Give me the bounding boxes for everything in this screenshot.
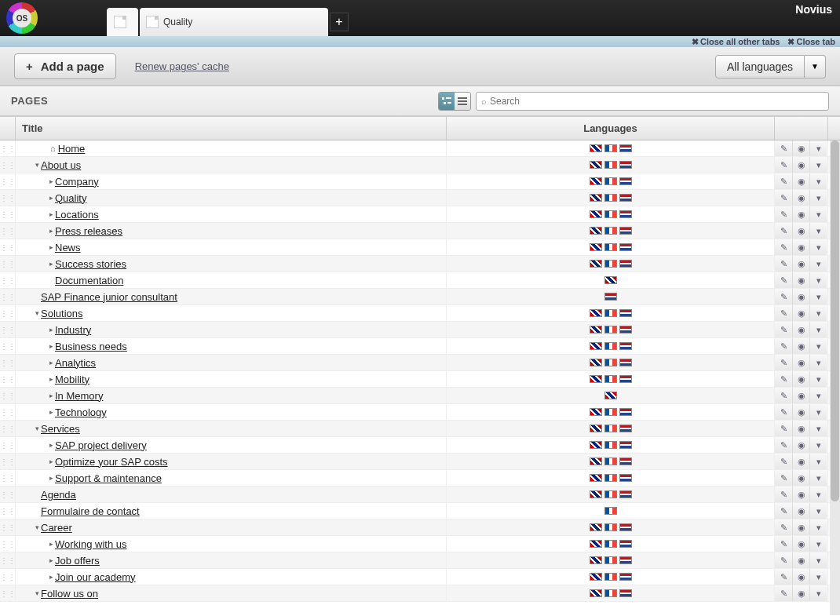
flag-en-icon[interactable]: [590, 573, 602, 581]
drag-handle[interactable]: ⋮⋮: [0, 388, 16, 403]
tab-active[interactable]: Quality: [140, 8, 328, 36]
visibility-button[interactable]: ◉: [792, 371, 809, 387]
edit-button[interactable]: ✎: [775, 272, 792, 288]
flag-nl-icon[interactable]: [604, 293, 617, 301]
more-button[interactable]: ▾: [809, 388, 827, 403]
os-logo[interactable]: OS: [0, 0, 44, 36]
flag-nl-icon[interactable]: [619, 540, 632, 548]
flag-en-icon[interactable]: [590, 441, 602, 449]
drag-handle[interactable]: ⋮⋮: [0, 305, 16, 321]
column-title[interactable]: Title: [16, 117, 447, 140]
page-link[interactable]: Press releases: [55, 225, 122, 237]
flag-fr-icon[interactable]: [604, 194, 617, 202]
flag-fr-icon[interactable]: [604, 144, 617, 152]
edit-button[interactable]: ✎: [775, 487, 792, 502]
visibility-button[interactable]: ◉: [792, 272, 809, 288]
flag-en-icon[interactable]: [590, 474, 602, 482]
more-button[interactable]: ▾: [809, 289, 827, 304]
view-tree-button[interactable]: [439, 93, 455, 110]
expand-icon[interactable]: ▸: [47, 177, 55, 185]
flag-en-icon[interactable]: [590, 540, 602, 548]
expand-icon[interactable]: ▸: [47, 194, 55, 202]
more-button[interactable]: ▾: [809, 157, 827, 173]
page-link[interactable]: Mobility: [55, 374, 89, 385]
drag-handle[interactable]: ⋮⋮: [0, 585, 16, 601]
view-list-button[interactable]: [455, 93, 470, 110]
expand-icon[interactable]: ▸: [47, 342, 55, 350]
visibility-button[interactable]: ◉: [792, 157, 809, 173]
visibility-button[interactable]: ◉: [792, 173, 809, 189]
drag-handle[interactable]: ⋮⋮: [0, 519, 16, 535]
flag-nl-icon[interactable]: [619, 573, 632, 581]
drag-handle[interactable]: ⋮⋮: [0, 190, 16, 206]
page-link[interactable]: Follow us on: [41, 588, 98, 600]
page-link[interactable]: Optimize your SAP costs: [55, 456, 168, 468]
flag-en-icon[interactable]: [590, 359, 602, 366]
flag-nl-icon[interactable]: [619, 194, 632, 202]
visibility-button[interactable]: ◉: [792, 239, 809, 255]
drag-handle[interactable]: ⋮⋮: [0, 536, 16, 552]
edit-button[interactable]: ✎: [775, 585, 792, 601]
drag-handle[interactable]: ⋮⋮: [0, 421, 16, 436]
flag-fr-icon[interactable]: [604, 227, 617, 235]
flag-en-icon[interactable]: [590, 425, 602, 432]
more-button[interactable]: ▾: [809, 371, 827, 387]
expand-icon[interactable]: ▸: [47, 540, 55, 548]
edit-button[interactable]: ✎: [775, 388, 792, 403]
flag-fr-icon[interactable]: [604, 540, 617, 548]
drag-handle[interactable]: ⋮⋮: [0, 552, 16, 568]
flag-fr-icon[interactable]: [604, 342, 617, 350]
expand-icon[interactable]: ▸: [47, 556, 55, 564]
flag-en-icon[interactable]: [590, 326, 602, 334]
drag-handle[interactable]: ⋮⋮: [0, 256, 16, 272]
more-button[interactable]: ▾: [809, 355, 827, 370]
tab-home[interactable]: [107, 8, 138, 36]
visibility-button[interactable]: ◉: [792, 536, 809, 552]
edit-button[interactable]: ✎: [775, 173, 792, 189]
flag-nl-icon[interactable]: [619, 441, 632, 449]
flag-nl-icon[interactable]: [619, 474, 632, 482]
edit-button[interactable]: ✎: [775, 223, 792, 239]
flag-fr-icon[interactable]: [604, 243, 617, 251]
more-button[interactable]: ▾: [809, 552, 827, 568]
flag-fr-icon[interactable]: [604, 573, 617, 581]
drag-handle[interactable]: ⋮⋮: [0, 404, 16, 420]
flag-fr-icon[interactable]: [604, 359, 617, 366]
add-page-button[interactable]: + Add a page: [14, 53, 116, 79]
page-link[interactable]: Locations: [55, 209, 99, 221]
visibility-button[interactable]: ◉: [792, 519, 809, 535]
page-link[interactable]: Documentation: [55, 275, 123, 286]
flag-en-icon[interactable]: [590, 375, 602, 383]
flag-fr-icon[interactable]: [604, 507, 617, 515]
edit-button[interactable]: ✎: [775, 454, 792, 469]
flag-en-icon[interactable]: [590, 457, 602, 465]
flag-fr-icon[interactable]: [604, 309, 617, 317]
edit-button[interactable]: ✎: [775, 190, 792, 206]
visibility-button[interactable]: ◉: [792, 355, 809, 370]
visibility-button[interactable]: ◉: [792, 338, 809, 354]
more-button[interactable]: ▾: [809, 206, 827, 222]
edit-button[interactable]: ✎: [775, 470, 792, 486]
drag-handle[interactable]: ⋮⋮: [0, 470, 16, 486]
flag-fr-icon[interactable]: [604, 210, 617, 218]
edit-button[interactable]: ✎: [775, 289, 792, 304]
visibility-button[interactable]: ◉: [792, 569, 809, 585]
visibility-button[interactable]: ◉: [792, 388, 809, 403]
flag-nl-icon[interactable]: [619, 161, 632, 169]
visibility-button[interactable]: ◉: [792, 552, 809, 568]
renew-cache-link[interactable]: Renew pages' cache: [135, 60, 229, 72]
language-selector-dropdown[interactable]: ▼: [805, 55, 826, 78]
expand-icon[interactable]: ▸: [47, 260, 55, 268]
page-link[interactable]: Agenda: [41, 489, 76, 501]
edit-button[interactable]: ✎: [775, 140, 792, 156]
search-input[interactable]: [490, 96, 824, 107]
flag-en-icon[interactable]: [590, 243, 602, 251]
collapse-icon[interactable]: ▾: [33, 523, 41, 531]
column-languages[interactable]: Languages: [447, 117, 775, 140]
expand-icon[interactable]: ▸: [47, 227, 55, 235]
more-button[interactable]: ▾: [809, 322, 827, 337]
drag-handle[interactable]: ⋮⋮: [0, 437, 16, 453]
drag-handle[interactable]: ⋮⋮: [0, 206, 16, 222]
edit-button[interactable]: ✎: [775, 338, 792, 354]
page-link[interactable]: News: [55, 242, 81, 253]
